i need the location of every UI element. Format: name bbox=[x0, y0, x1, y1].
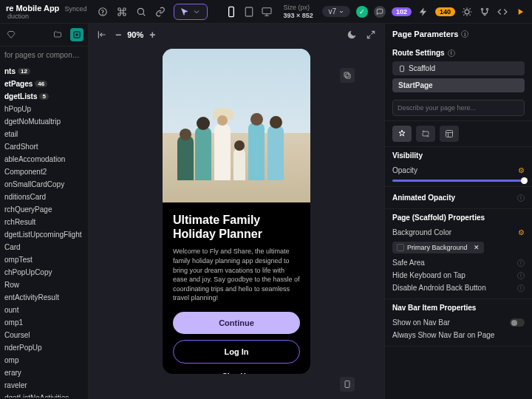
tree-item[interactable]: entActivityResult bbox=[0, 291, 88, 304]
layers-icon[interactable] bbox=[340, 68, 355, 83]
sidebar-search[interactable]: for pages or componen... bbox=[0, 47, 88, 64]
bug-icon[interactable] bbox=[461, 6, 473, 18]
tree-item[interactable]: nts12 bbox=[0, 65, 88, 78]
left-sidebar: for pages or componen... nts12etPages46d… bbox=[0, 24, 89, 399]
svg-rect-4 bbox=[246, 7, 253, 16]
app-subtitle: duction bbox=[7, 13, 86, 20]
tree-item[interactable]: dgetLists5 bbox=[0, 90, 88, 103]
login-button[interactable]: Log In bbox=[173, 340, 300, 364]
navbar-props-header: Nav Bar Item Properties bbox=[392, 304, 525, 312]
top-toolbar: re Mobile App Synced duction Size (px) 3… bbox=[0, 0, 532, 24]
opacity-row: Opacity⚙ bbox=[392, 164, 525, 177]
issues-count-badge[interactable]: 102 bbox=[392, 7, 412, 16]
phone-preview: Ultimate Family Holiday Planner Welcome … bbox=[163, 49, 310, 374]
warnings-count-badge[interactable]: 140 bbox=[435, 7, 455, 16]
add-page-icon[interactable] bbox=[70, 28, 83, 41]
tree-item[interactable]: CardShort bbox=[0, 140, 88, 153]
hero-image bbox=[163, 49, 310, 202]
tree-item[interactable]: ompTest bbox=[0, 253, 88, 266]
sync-status: Synced bbox=[64, 5, 86, 13]
tree-item[interactable]: raveler bbox=[0, 379, 88, 392]
canvas-size-info: Size (px) 393 × 852 bbox=[283, 4, 313, 20]
collapse-left-icon[interactable] bbox=[96, 29, 108, 41]
tree-item[interactable]: rchQueryPage bbox=[0, 203, 88, 216]
widget-selector-button[interactable] bbox=[174, 4, 208, 20]
svg-point-16 bbox=[427, 135, 429, 137]
tree-item[interactable]: ableAccomodation bbox=[0, 153, 88, 166]
code-icon[interactable] bbox=[497, 6, 508, 18]
diamond-icon[interactable] bbox=[4, 28, 18, 41]
opacity-slider[interactable] bbox=[392, 180, 525, 182]
tree-item[interactable]: dgetListUpcomingFlight bbox=[0, 228, 88, 241]
tree-item[interactable]: nditionsCard bbox=[0, 191, 88, 203]
tree-item[interactable]: chPopUpCopy bbox=[0, 266, 88, 279]
tree-item[interactable]: Component2 bbox=[0, 166, 88, 178]
tree-item[interactable]: omp bbox=[0, 354, 88, 366]
expand-icon[interactable] bbox=[365, 29, 377, 41]
tree-item[interactable]: dgetListNoActivities bbox=[0, 392, 88, 398]
tree-item[interactable]: rchResult bbox=[0, 216, 88, 228]
folder-icon[interactable] bbox=[51, 28, 64, 41]
tree-item[interactable]: hPopUp bbox=[0, 103, 88, 115]
continue-button[interactable]: Continue bbox=[173, 312, 300, 334]
device-mobile-icon[interactable] bbox=[225, 6, 237, 18]
tree-item[interactable]: dgetNoMutualtrip bbox=[0, 115, 88, 128]
tree-item[interactable]: nderPopUp bbox=[0, 341, 88, 354]
tab-style-icon[interactable] bbox=[392, 126, 412, 142]
tab-actions-icon[interactable] bbox=[416, 126, 435, 142]
version-badge[interactable]: v7 bbox=[322, 6, 350, 17]
device-desktop-icon[interactable] bbox=[261, 6, 273, 18]
command-icon[interactable] bbox=[116, 6, 128, 18]
onboarding-description: Welcome to Fly and Share, the ultimate f… bbox=[173, 247, 300, 303]
scaffold-props-header: Page (Scaffold) Properties bbox=[392, 214, 525, 222]
tree-item[interactable]: Card bbox=[0, 241, 88, 253]
route-settings-header[interactable]: Route Settingsi bbox=[392, 49, 525, 57]
onboarding-title: Ultimate Family Holiday Planner bbox=[173, 213, 300, 241]
link-icon[interactable] bbox=[154, 6, 166, 18]
svg-rect-12 bbox=[346, 74, 350, 78]
startpage-item[interactable]: StartPage bbox=[392, 78, 525, 92]
properties-panel: Page Parametersi Route Settingsi Scaffol… bbox=[384, 24, 532, 399]
bg-color-chip[interactable]: Primary Background ✕ bbox=[392, 242, 484, 253]
scaffold-item[interactable]: Scaffold bbox=[392, 61, 525, 75]
hide-keyboard-row[interactable]: Hide Keyboard on Tapi bbox=[392, 269, 525, 282]
tree-item[interactable]: etail bbox=[0, 128, 88, 140]
svg-rect-11 bbox=[344, 72, 349, 77]
svg-point-6 bbox=[465, 10, 469, 14]
tree-item[interactable]: Row bbox=[0, 279, 88, 291]
zoom-in-button[interactable]: + bbox=[149, 29, 155, 41]
disable-back-row[interactable]: Disable Android Back Buttoni bbox=[392, 282, 525, 294]
branch-icon[interactable] bbox=[479, 6, 491, 18]
tab-layout-icon[interactable] bbox=[440, 126, 459, 142]
tree-item[interactable]: etPages46 bbox=[0, 78, 88, 90]
zoom-out-button[interactable]: − bbox=[115, 29, 121, 41]
bolt-icon[interactable] bbox=[417, 6, 429, 18]
device-frame-icon[interactable] bbox=[340, 377, 355, 392]
safe-area-row[interactable]: Safe Areai bbox=[392, 256, 525, 269]
play-icon[interactable] bbox=[514, 6, 526, 18]
animated-opacity-row: Animated Opacityi bbox=[392, 191, 525, 204]
tree-item[interactable]: onSmallCardCopy bbox=[0, 178, 88, 191]
theme-toggle-icon[interactable] bbox=[346, 29, 358, 41]
canvas-area: − 90% + Ultimate Family Holiday Planner … bbox=[89, 24, 384, 399]
signup-button[interactable]: Sign Up bbox=[173, 369, 300, 374]
svg-rect-14 bbox=[400, 66, 404, 72]
page-parameters-header: Page Parametersi bbox=[385, 24, 532, 44]
device-tablet-icon[interactable] bbox=[243, 6, 255, 18]
status-ok-icon[interactable]: ✓ bbox=[356, 6, 368, 18]
tree-item[interactable]: omp1 bbox=[0, 316, 88, 329]
tree-item[interactable]: ount bbox=[0, 304, 88, 316]
always-show-navbar-row[interactable]: Always Show Nav Bar on Page bbox=[392, 329, 525, 341]
bg-color-row: Background Color⚙ bbox=[392, 226, 525, 239]
tree-item[interactable]: Coursel bbox=[0, 329, 88, 341]
show-on-navbar-row[interactable]: Show on Nav Bar bbox=[392, 316, 525, 329]
help-icon[interactable] bbox=[97, 6, 109, 18]
search-icon[interactable] bbox=[135, 6, 147, 18]
app-title: re Mobile App bbox=[6, 4, 59, 13]
comment-icon[interactable] bbox=[374, 6, 386, 18]
svg-rect-5 bbox=[262, 7, 271, 13]
page-description-input[interactable] bbox=[392, 100, 525, 116]
svg-rect-13 bbox=[345, 381, 349, 388]
svg-point-2 bbox=[138, 8, 144, 14]
tree-item[interactable]: erary bbox=[0, 366, 88, 379]
